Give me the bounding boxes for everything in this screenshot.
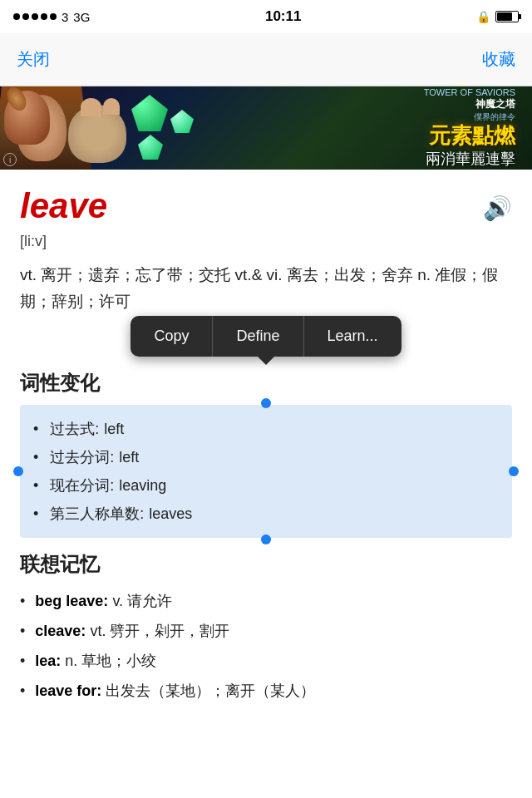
bookmark-button[interactable]: 收藏 [482,48,515,71]
pronunciation: [li:v] [20,233,512,250]
mnemonic-item-4: • leave for: 出发去（某地）；离开（某人） [20,676,512,706]
bullet-2: • [33,443,38,471]
mnemonic-bullet-3: • [20,646,25,676]
mnemonic-section: 联想记忆 • beg leave: v. 请允许 • cleave: vt. 劈… [20,551,512,706]
network-label: 3G [73,10,90,24]
status-left: 3 3G [13,10,90,24]
ad-title-line2: 兩消華麗連擊 [426,149,515,169]
signal-dot-5 [50,13,57,20]
past-value: left [104,415,124,443]
mnemonic-def-1: v. 请允许 [112,593,172,609]
third-person-value: leaves [149,500,192,528]
bullet-4: • [33,500,38,528]
ad-game-tagline: 僕界的律令 [424,111,515,123]
past-participle-label: 过去分词: [50,443,114,471]
definition-text: vt. 离开；遗弃；忘了带；交托 vt.& vi. 离去；出发；舍弃 n. 准假… [20,266,498,310]
dictionary-content: leave 🔊 [li:v] vt. 离开；遗弃；忘了带；交托 vt.& vi.… [0,170,532,722]
carrier-label: 3 [62,10,68,24]
signal-dot-3 [32,13,38,20]
ad-banner[interactable]: TOWER OF SAVIORS 神魔之塔 僕界的律令 元素點燃 兩消華麗連擊 … [0,86,532,170]
ad-gem-extra [170,110,194,133]
selection-handle-bottom [261,534,271,544]
mnemonic-def-3: n. 草地；小绞 [65,653,156,669]
battery-icon [495,11,519,22]
bullet-3: • [33,471,38,500]
mnemonic-title: 联想记忆 [20,551,512,578]
present-participle-label: 现在分词: [50,471,114,500]
battery-fill [497,12,512,21]
context-menu: Copy Define Learn... [131,316,401,357]
mnemonic-text-4: leave for: 出发去（某地）；离开（某人） [35,676,315,706]
mnemonic-keyword-1: beg leave: [35,593,108,609]
status-bar: 3 3G 10:11 🔒 [0,0,532,33]
bullet-1: • [33,415,38,443]
third-person-label: 第三人称单数: [50,500,144,528]
context-menu-container: Copy Define Learn... [20,316,512,357]
word-form-past: • 过去式: left [33,415,499,443]
time-label: 10:11 [265,8,301,25]
status-right: 🔒 [476,10,519,23]
word-forms-box: • 过去式: left • 过去分词: left • 现在分词: leaving… [20,405,512,539]
mnemonic-bullet-1: • [20,586,25,616]
close-button[interactable]: 关闭 [17,48,50,71]
word-forms-title: 词性变化 [20,370,512,397]
define-button[interactable]: Define [213,316,303,357]
selection-handle-left [13,466,23,476]
ad-gems [131,95,168,160]
word-header: leave 🔊 [20,186,512,226]
copy-button[interactable]: Copy [131,316,213,357]
word-form-present-participle: • 现在分词: leaving [33,471,499,500]
ad-text-area: TOWER OF SAVIORS 神魔之塔 僕界的律令 元素點燃 兩消華麗連擊 [216,86,532,170]
word-definition: vt. 离开；遗弃；忘了带；交托 vt.& vi. 离去；出发；舍弃 n. 准假… [20,262,512,316]
ad-dog [68,105,126,163]
nav-bar: 关闭 收藏 [0,33,532,86]
ad-content: TOWER OF SAVIORS 神魔之塔 僕界的律令 元素點燃 兩消華麗連擊 … [0,86,532,170]
learn-button[interactable]: Learn... [304,316,401,357]
mnemonic-item-2: • cleave: vt. 劈开，剁开，割开 [20,616,512,646]
mnemonic-text-2: cleave: vt. 劈开，剁开，割开 [35,616,229,646]
mnemonic-keyword-2: cleave: [35,623,86,639]
ad-game-subtitle: 神魔之塔 [424,97,515,111]
mnemonic-text-1: beg leave: v. 请允许 [35,586,172,616]
mnemonic-def-2: vt. 劈开，剁开，割开 [90,623,229,639]
mnemonic-item-1: • beg leave: v. 请允许 [20,586,512,616]
speaker-icon[interactable]: 🔊 [483,195,512,222]
signal-dot-2 [22,13,29,20]
mnemonic-bullet-2: • [20,616,25,646]
signal-dot-4 [41,13,47,20]
mnemonic-keyword-3: lea: [35,653,61,669]
word-form-past-participle: • 过去分词: left [33,443,499,471]
mnemonic-keyword-4: leave for: [35,682,101,699]
signal-dots [13,13,57,20]
selection-handle-right [509,466,519,476]
ad-title-line1: 元素點燃 [429,125,515,149]
mnemonic-def-4: 出发去（某地）；离开（某人） [106,682,315,699]
signal-dot-1 [13,13,20,20]
mnemonic-bullet-4: • [20,676,25,706]
word-form-third-person: • 第三人称单数: leaves [33,500,499,528]
past-participle-value: left [119,443,139,471]
lock-icon: 🔒 [476,10,490,23]
word-title: leave [20,186,107,226]
ad-game-title: TOWER OF SAVIORS [424,87,515,97]
past-label: 过去式: [50,415,99,443]
present-participle-value: leaving [119,471,166,500]
ad-info-icon[interactable]: i [3,153,17,166]
selection-handle-top [261,398,271,408]
mnemonic-item-3: • lea: n. 草地；小绞 [20,646,512,676]
mnemonic-text-3: lea: n. 草地；小绞 [35,646,156,676]
